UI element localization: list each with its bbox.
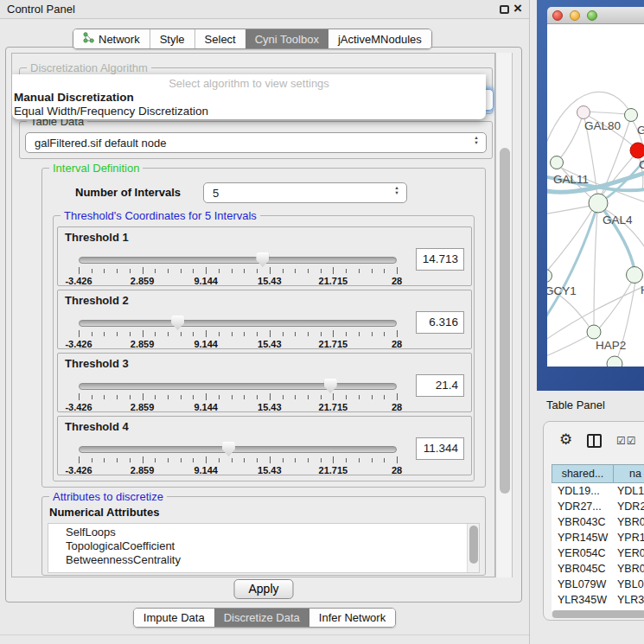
table-row[interactable]: YPR145WYPR1 — [552, 530, 644, 545]
tick-mark — [372, 269, 373, 273]
float-window-icon[interactable] — [500, 5, 509, 14]
tick-mark — [372, 395, 373, 399]
slider-thumb[interactable] — [324, 379, 337, 393]
table-cell[interactable]: YER0 — [613, 545, 644, 561]
table-data-combobox[interactable]: galFiltered.sif default node ▲ ▼ — [25, 132, 487, 153]
table-row[interactable]: YBR045CYBR0 — [552, 561, 644, 577]
select-columns-icons[interactable]: ☑☑ — [616, 435, 637, 447]
number-of-intervals-combobox[interactable]: 5 ▲ ▼ — [203, 182, 407, 203]
close-window-button[interactable] — [552, 10, 563, 21]
network-window-titlebar[interactable] — [547, 7, 644, 24]
threshold-value-field[interactable]: 6.316 — [416, 311, 464, 334]
node-selected-red[interactable] — [630, 143, 644, 158]
table-scrollbar-thumb[interactable] — [552, 610, 644, 618]
tick-mark — [270, 393, 271, 400]
slider-track[interactable] — [79, 320, 397, 327]
table-cell[interactable]: YDL1 — [613, 483, 644, 499]
node-gal4[interactable] — [589, 194, 608, 213]
node-gal80[interactable] — [577, 106, 590, 119]
node-gcy1[interactable] — [547, 270, 552, 283]
tab-discretize-data[interactable]: Discretize Data — [214, 609, 309, 627]
panel-scrollbar-thumb[interactable] — [500, 148, 510, 494]
dropdown-option-manual-discretization[interactable]: Manual Discretization — [12, 91, 486, 105]
threshold-slider[interactable]: -3.4262.8599.14415.4321.71528 — [79, 255, 397, 284]
threshold-label: Threshold 4 — [65, 420, 129, 433]
slider-track[interactable] — [79, 257, 397, 264]
table-row[interactable]: YER054CYER0 — [552, 545, 644, 561]
network-canvas[interactable]: GAL80 G C GAL11 GAL4 GCY1 H HAP2 — [547, 24, 644, 367]
apply-button[interactable]: Apply — [233, 579, 293, 599]
gear-icon[interactable]: ⚙ — [559, 430, 572, 449]
tab-jactivemnodules[interactable]: jActiveMNodules — [328, 29, 431, 48]
threshold-value-field[interactable]: 21.4 — [416, 374, 464, 397]
dropdown-placeholder-option[interactable]: Select algorithm to view settings — [12, 77, 486, 91]
dropdown-option-equal-width[interactable]: Equal Width/Frequency Discretization — [12, 105, 486, 118]
slider-thumb[interactable] — [171, 316, 184, 330]
column-settings-icon[interactable] — [587, 434, 602, 448]
slider-track[interactable] — [79, 383, 397, 390]
column-header-shared-name[interactable]: shared... — [552, 464, 613, 483]
node-gal11[interactable] — [551, 156, 564, 169]
threshold-value-field[interactable]: 11.344 — [416, 437, 464, 460]
table-cell[interactable]: YLR3 — [613, 592, 644, 608]
table-cell[interactable]: YBR043C — [552, 514, 613, 530]
node-bottom-partial[interactable] — [607, 356, 622, 367]
table-cell[interactable]: YPR145W — [552, 530, 613, 545]
table-row[interactable]: YDR27...YDR2 — [552, 499, 644, 514]
tick-mark — [168, 395, 169, 399]
threshold-value-field[interactable]: 14.713 — [416, 248, 464, 271]
table-cell[interactable]: YDL19... — [552, 483, 613, 499]
tab-cyni-toolbox-label: Cyni Toolbox — [255, 33, 319, 46]
table-cell[interactable]: YLR345W — [552, 592, 613, 608]
stepper-icon[interactable]: ▲ ▼ — [392, 185, 402, 195]
table-cell[interactable]: YDR2 — [613, 499, 644, 514]
stepper-icon[interactable]: ▲ ▼ — [471, 135, 481, 145]
attribute-item[interactable]: BetweennessCentrality — [48, 553, 479, 567]
table-cell[interactable]: YBL079W — [552, 577, 613, 592]
tick-mark — [104, 458, 105, 462]
tab-impute-data[interactable]: Impute Data — [134, 609, 214, 627]
table-cell[interactable]: YER054C — [552, 545, 613, 561]
table-cell[interactable]: YBR0 — [613, 514, 644, 530]
close-icon[interactable]: × — [513, 0, 522, 17]
zoom-window-button[interactable] — [587, 10, 597, 21]
tab-style[interactable]: Style — [150, 29, 194, 48]
table-row[interactable]: YBL079WYBL0 — [552, 577, 644, 592]
threshold-slider[interactable]: -3.4262.8599.14415.4321.71528 — [79, 318, 397, 348]
table-row[interactable]: YDL19...YDL1 — [552, 483, 644, 499]
table-cell[interactable]: YDR27... — [552, 499, 613, 514]
label-gcy1: GCY1 — [547, 284, 577, 297]
table-cell[interactable]: YBR0 — [613, 561, 644, 577]
panel-vertical-scrollbar[interactable] — [495, 53, 513, 577]
threshold-slider[interactable]: -3.4262.8599.14415.4321.71528 — [79, 444, 397, 474]
tick-mark — [168, 332, 169, 336]
tick-mark — [295, 269, 296, 273]
slider-track[interactable] — [79, 446, 397, 453]
table-row[interactable]: YLR345WYLR3 — [552, 592, 644, 608]
slider-thumb[interactable] — [256, 252, 269, 267]
minimize-window-button[interactable] — [570, 10, 580, 21]
column-header-name[interactable]: na — [613, 464, 644, 483]
tab-cyni-toolbox[interactable]: Cyni Toolbox — [245, 29, 328, 48]
table-horizontal-scrollbar[interactable] — [552, 610, 644, 618]
attributes-scrollbar-thumb[interactable] — [469, 526, 478, 564]
tab-network[interactable]: Network — [73, 29, 150, 48]
node-right-h[interactable] — [627, 267, 643, 284]
table-cell[interactable]: YBR045C — [552, 561, 613, 577]
numerical-attributes-list[interactable]: SelfLoopsTopologicalCoefficientBetweenne… — [48, 523, 480, 573]
table-cell[interactable]: YPR1 — [613, 530, 644, 545]
tab-infer-network[interactable]: Infer Network — [309, 609, 395, 627]
bottom-tab-bar: Impute Data Discretize Data Infer Networ… — [0, 608, 529, 628]
number-of-intervals-value: 5 — [213, 187, 219, 200]
table-row[interactable]: YBR043CYBR0 — [552, 514, 644, 530]
attribute-item[interactable]: TopologicalCoefficient — [48, 539, 479, 553]
tab-select[interactable]: Select — [194, 29, 245, 48]
slider-thumb[interactable] — [222, 442, 235, 456]
attribute-item[interactable]: SelfLoops — [48, 526, 479, 539]
attributes-scrollbar[interactable] — [467, 524, 479, 572]
node-top-right[interactable] — [625, 109, 638, 122]
table-cell[interactable]: YBL0 — [613, 577, 644, 592]
threshold-slider[interactable]: -3.4262.8599.14415.4321.71528 — [79, 381, 397, 411]
node-hap2[interactable] — [587, 325, 601, 339]
node-table-rows[interactable]: YDL19...YDL1YDR27...YDR2YBR043CYBR0YPR14… — [552, 483, 644, 613]
